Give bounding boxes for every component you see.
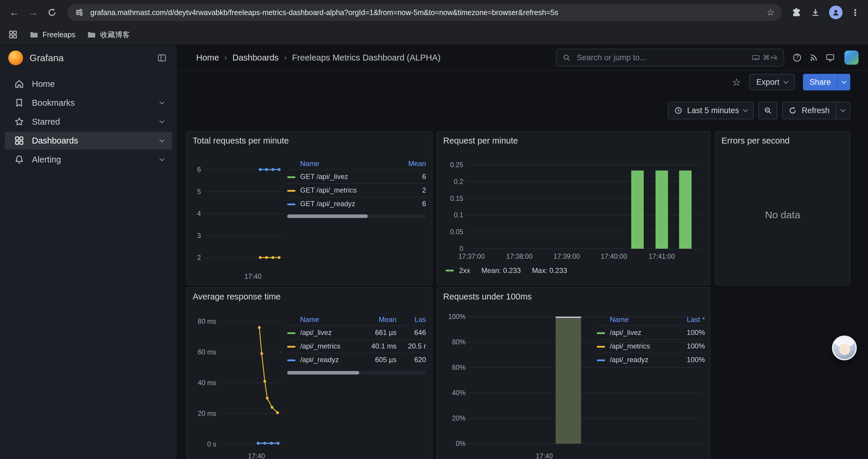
export-button[interactable]: Export	[749, 74, 795, 90]
bookmark-star-icon[interactable]: ☆	[767, 8, 775, 17]
axis-label: 80%	[440, 337, 466, 347]
sidebar-item-bookmarks[interactable]: Bookmarks	[5, 94, 172, 112]
legend-header[interactable]: Name	[300, 316, 359, 324]
series-color-dash	[287, 176, 296, 178]
legend-mean: 605 µs	[362, 356, 397, 364]
profile-avatar[interactable]	[829, 6, 843, 19]
apps-grid-icon[interactable]	[8, 30, 18, 39]
browser-actions: ⋮	[789, 6, 862, 19]
legend-name[interactable]: /api/_livez	[610, 328, 671, 337]
sidebar-item-alerting[interactable]: Alerting	[5, 151, 172, 168]
zoom-out-button[interactable]	[758, 102, 777, 119]
legend-name[interactable]: /api/_readyz	[610, 356, 671, 364]
refresh-interval-dropdown[interactable]	[836, 102, 850, 119]
search-shortcut: ⌘+k	[752, 54, 778, 62]
sidebar-item-label: Home	[32, 79, 55, 89]
legend-row[interactable]: /api/_metrics100%	[597, 339, 705, 353]
panel-title[interactable]: Total requests per minute	[193, 136, 289, 145]
horizontal-scrollbar[interactable]	[287, 215, 426, 218]
legend-row[interactable]: /api/_readyz100%	[597, 353, 705, 366]
legend-row[interactable]: /api/_livez100%	[597, 326, 705, 339]
bookmark-item[interactable]: 收藏博客	[87, 30, 130, 40]
chevron-down-icon	[783, 79, 788, 84]
star-icon	[14, 117, 24, 127]
downloads-icon[interactable]	[810, 7, 821, 18]
axis-label: 5	[187, 187, 201, 196]
back-button[interactable]: ←	[6, 4, 23, 21]
axis-label: 100%	[440, 312, 466, 321]
extensions-icon[interactable]	[791, 7, 802, 18]
help-icon[interactable]: ?	[789, 49, 805, 66]
legend-row[interactable]: GET /api/_metrics2	[287, 183, 426, 197]
series-dash-cell	[287, 342, 297, 350]
url-input[interactable]	[89, 8, 761, 18]
bookmark-item[interactable]: Freeleaps	[30, 30, 75, 39]
series-color-dash	[597, 359, 605, 361]
sidebar-item-dashboards[interactable]: Dashboards	[5, 132, 172, 150]
legend-name[interactable]: /api/_livez	[300, 328, 359, 337]
legend-name[interactable]: GET /api/_metrics	[300, 186, 398, 194]
breadcrumb-item[interactable]: Home	[196, 53, 219, 63]
share-split-button: Share	[803, 74, 850, 90]
axis-label: 0 s	[187, 439, 216, 449]
scrollbar-thumb[interactable]	[287, 215, 368, 218]
grafana-logo[interactable]	[8, 51, 23, 65]
clock-icon	[674, 106, 682, 114]
share-button[interactable]: Share	[803, 74, 837, 90]
legend-row[interactable]: /api/_metrics40.1 ms20.5 r	[287, 339, 426, 353]
scrollbar-thumb[interactable]	[287, 371, 359, 374]
legend-header[interactable]: Name	[300, 160, 398, 168]
folder-icon	[87, 30, 96, 39]
share-dropdown[interactable]	[837, 74, 850, 90]
no-data-message: No data	[716, 132, 850, 285]
legend-header[interactable]: Las	[400, 316, 426, 324]
search-input[interactable]	[576, 53, 747, 63]
floating-avatar[interactable]	[832, 335, 857, 360]
legend-header[interactable]: Last *	[674, 316, 705, 324]
panel-title[interactable]: Errors per second	[721, 136, 790, 145]
legend-row[interactable]: GET /api/_livez6	[287, 169, 426, 183]
series-label[interactable]: 2xx	[459, 266, 470, 275]
panel-errors-per-second: Errors per second No data	[715, 131, 850, 285]
legend-row[interactable]: GET /api/_readyz6	[287, 197, 426, 210]
legend-name[interactable]: GET /api/_livez	[300, 172, 398, 181]
search-box[interactable]: ⌘+k	[556, 49, 784, 66]
legend-name[interactable]: GET /api/_readyz	[300, 200, 398, 208]
browser-menu-icon[interactable]: ⋮	[851, 7, 860, 18]
reload-button[interactable]	[44, 4, 60, 21]
chevron-down-icon	[159, 156, 164, 161]
axis-label: 3	[187, 231, 201, 240]
panel-title[interactable]: Requests under 100ms	[443, 292, 532, 302]
display-icon[interactable]	[822, 49, 838, 66]
legend-row[interactable]: /api/_livez661 µs646	[287, 326, 426, 339]
address-bar[interactable]: ☆	[67, 4, 782, 21]
sidebar-toggle-icon[interactable]	[155, 52, 168, 64]
news-rss-icon[interactable]	[805, 49, 822, 66]
avatar-face	[839, 344, 850, 355]
legend-last: 620	[400, 356, 426, 364]
panel-title[interactable]: Request per minute	[443, 136, 518, 145]
bookmark-label: 收藏博客	[100, 30, 130, 40]
bookmark-icon	[14, 98, 24, 108]
legend-row[interactable]: /api/_readyz605 µs620	[287, 353, 426, 366]
apps-icon	[14, 136, 24, 145]
horizontal-scrollbar[interactable]	[287, 371, 426, 374]
legend-header[interactable]: Mean	[362, 316, 397, 324]
user-avatar[interactable]	[844, 51, 859, 65]
axis-label: 4	[187, 209, 201, 218]
legend-name[interactable]: /api/_metrics	[300, 342, 359, 350]
panel-title[interactable]: Average response time	[193, 292, 281, 302]
forward-button[interactable]: →	[25, 4, 41, 21]
time-range-picker[interactable]: Last 5 minutes	[668, 102, 754, 119]
sidebar-item-home[interactable]: Home	[5, 75, 172, 93]
favorite-star-icon[interactable]: ☆	[732, 77, 741, 87]
series-color-dash	[287, 190, 296, 192]
legend-header[interactable]: Mean	[401, 160, 426, 168]
breadcrumb-item[interactable]: Dashboards	[232, 53, 279, 63]
legend-name[interactable]: /api/_readyz	[300, 356, 359, 364]
sidebar-item-starred[interactable]: Starred	[5, 113, 172, 131]
legend-name[interactable]: /api/_metrics	[610, 342, 671, 350]
site-info-icon[interactable]	[74, 8, 84, 17]
legend-header[interactable]: Name	[610, 316, 671, 324]
refresh-button[interactable]: Refresh	[782, 102, 836, 119]
